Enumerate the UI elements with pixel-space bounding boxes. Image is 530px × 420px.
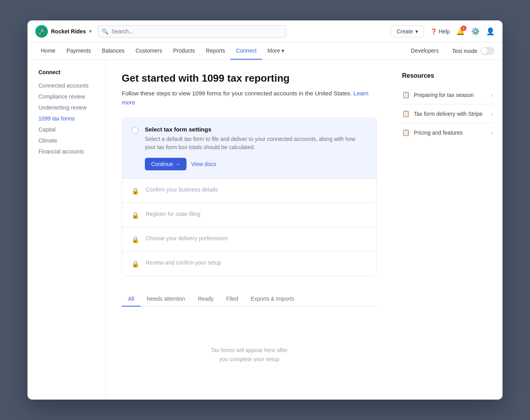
nav-item-balances[interactable]: Balances: [97, 42, 130, 60]
resource-label: Tax form delivery with Stripe: [414, 111, 482, 117]
empty-line1: Tax forms will appear here after: [211, 347, 287, 353]
step-select-tax-form: Select tax form settings Select a defaul…: [122, 118, 376, 179]
sidebar-item-climate[interactable]: Climate: [35, 135, 106, 146]
lock-icon: 🔒: [132, 260, 139, 268]
topbar-right: Create ▾ ❓ Help 🔔 1 ⚙️ 👤: [391, 26, 495, 37]
main-layout: Connect Connected accounts Compliance re…: [27, 60, 503, 400]
lock-icon: 🔒: [132, 236, 139, 243]
tab-filed[interactable]: Filed: [220, 292, 244, 307]
nav-item-products[interactable]: Products: [168, 42, 200, 60]
nav-item-connect[interactable]: Connect: [230, 42, 262, 60]
search-icon: 🔍: [102, 28, 108, 35]
step-content: Confirm your business details: [146, 186, 367, 193]
locked-step-title: Confirm your business details: [146, 186, 367, 193]
create-button[interactable]: Create ▾: [391, 26, 424, 37]
more-chevron-icon: ▾: [281, 47, 284, 54]
empty-state: Tax forms will appear here after you com…: [122, 322, 377, 387]
resource-tax-form-delivery[interactable]: 📋 Tax form delivery with Stripe ›: [402, 104, 493, 123]
step-description: Select a default tax form to file and de…: [145, 135, 367, 152]
locked-step-title: Register for state filing: [146, 211, 367, 217]
settings-icon[interactable]: ⚙️: [471, 27, 480, 36]
locked-step-title: Choose your delivery preferences: [146, 235, 367, 241]
search-bar: 🔍: [98, 25, 286, 38]
step-radio: [132, 127, 139, 134]
developers-link[interactable]: Developers: [406, 42, 444, 60]
sidebar-item-capital[interactable]: Capital: [35, 124, 106, 135]
brand-avatar: 🚀: [35, 25, 48, 38]
test-mode-switch[interactable]: [481, 47, 495, 55]
help-label: Help: [439, 28, 450, 35]
resource-left: 📋 Preparing for tax season: [402, 91, 474, 99]
step-delivery-prefs: 🔒 Choose your delivery preferences: [122, 227, 376, 252]
notification-badge: 1: [461, 26, 466, 31]
chevron-right-icon: ›: [491, 92, 493, 98]
test-mode-label: Test mode: [452, 48, 477, 54]
help-button[interactable]: ❓ Help: [430, 28, 450, 35]
continue-button[interactable]: Continue →: [145, 158, 186, 170]
tab-all[interactable]: All: [122, 292, 141, 307]
topbar: 🚀 Rocket Rides ▾ 🔍 Create ▾ ❓ Help 🔔 1 ⚙…: [27, 20, 503, 42]
step-confirm-business: 🔒 Confirm your business details: [122, 179, 376, 203]
step-content: Choose your delivery preferences: [146, 235, 367, 241]
brand-chevron-icon: ▾: [89, 29, 91, 34]
step-content: Review and confirm your setup: [146, 259, 367, 266]
brand-name: Rocket Rides: [51, 28, 86, 35]
nav-item-reports[interactable]: Reports: [200, 42, 230, 60]
step-review-setup: 🔒 Review and confirm your setup: [122, 252, 376, 276]
nav-item-home[interactable]: Home: [35, 42, 61, 60]
view-docs-link[interactable]: View docs: [191, 161, 216, 167]
help-circle-icon: ❓: [430, 28, 437, 35]
page-description: Follow these steps to view 1099 forms fo…: [122, 89, 377, 107]
brand-letter: 🚀: [38, 28, 45, 35]
lock-icon: 🔒: [132, 212, 139, 219]
sidebar-item-connected-accounts[interactable]: Connected accounts: [35, 80, 106, 91]
chevron-right-icon: ›: [491, 130, 493, 136]
tab-needs-attention[interactable]: Needs attention: [141, 292, 192, 307]
tab-exports-imports[interactable]: Exports & Imports: [244, 292, 300, 307]
content: Get started with 1099 tax reporting Foll…: [106, 60, 393, 400]
page-title: Get started with 1099 tax reporting: [122, 72, 377, 84]
search-input[interactable]: [98, 25, 286, 38]
empty-line2: you complete your setup: [219, 356, 280, 362]
nav-item-customers[interactable]: Customers: [130, 42, 168, 60]
test-mode-toggle[interactable]: Test mode: [452, 47, 495, 55]
resource-label: Pricing and features: [414, 130, 463, 136]
book-icon: 📋: [402, 129, 410, 136]
book-icon: 📋: [402, 110, 410, 117]
resource-pricing-features[interactable]: 📋 Pricing and features ›: [402, 123, 493, 142]
book-icon: 📋: [402, 91, 410, 99]
user-icon[interactable]: 👤: [486, 27, 495, 36]
nav-item-payments[interactable]: Payments: [61, 42, 96, 60]
resource-left: 📋 Pricing and features: [402, 129, 463, 136]
more-label: More: [267, 47, 280, 54]
resource-preparing-tax-season[interactable]: 📋 Preparing for tax season ›: [402, 86, 493, 104]
sidebar-item-1099-tax-forms[interactable]: 1099 tax forms: [35, 113, 106, 124]
chevron-right-icon: ›: [491, 111, 493, 117]
step-actions: Continue → View docs: [145, 158, 367, 170]
create-label: Create: [397, 28, 413, 35]
nav-item-more[interactable]: More ▾: [262, 42, 290, 60]
notifications-button[interactable]: 🔔 1: [456, 27, 465, 36]
sidebar-item-financial-accounts[interactable]: Financial accounts: [35, 146, 106, 157]
nav: Home Payments Balances Customers Product…: [27, 42, 503, 60]
sidebar: Connect Connected accounts Compliance re…: [27, 60, 106, 400]
steps-list: Select tax form settings Select a defaul…: [122, 118, 377, 276]
step-register-state: 🔒 Register for state filing: [122, 203, 376, 227]
brand-logo-button[interactable]: 🚀 Rocket Rides ▾: [35, 25, 91, 38]
resource-left: 📋 Tax form delivery with Stripe: [402, 110, 482, 117]
sidebar-title: Connect: [35, 69, 106, 75]
step-title: Select tax form settings: [145, 126, 367, 133]
lock-icon: 🔒: [132, 187, 139, 195]
empty-state-text: Tax forms will appear here after you com…: [130, 346, 369, 363]
create-chevron-icon: ▾: [415, 28, 418, 35]
sidebar-item-compliance-review[interactable]: Compliance review: [35, 91, 106, 102]
resources-panel: Resources 📋 Preparing for tax season › 📋…: [393, 60, 503, 400]
tab-ready[interactable]: Ready: [192, 292, 220, 307]
resource-label: Preparing for tax season: [414, 92, 474, 98]
step-content: Select tax form settings Select a defaul…: [145, 126, 367, 170]
step-content: Register for state filing: [146, 211, 367, 217]
sidebar-item-underwriting-review[interactable]: Underwriting review: [35, 102, 106, 113]
toggle-knob: [481, 48, 488, 54]
nav-right: Developers Test mode: [406, 42, 495, 60]
locked-step-title: Review and confirm your setup: [146, 259, 367, 266]
